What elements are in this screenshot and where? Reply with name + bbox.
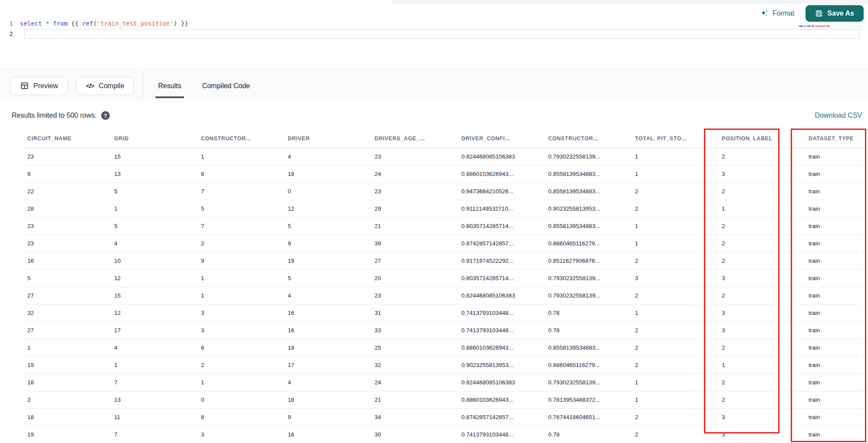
- table-row: 22570230.9473684210526...0.8558139534883…: [22, 182, 868, 200]
- column-header: DRIVER_CONFI...: [456, 129, 542, 148]
- results-toolbar: Preview </> Compile Results Compiled Cod…: [0, 69, 868, 102]
- table-cell: 2: [629, 200, 716, 217]
- table-cell: 2: [629, 252, 716, 269]
- active-tab-segment[interactable]: [0, 0, 393, 3]
- table-cell: 0.9473684210526...: [456, 182, 542, 200]
- sparkles-icon: [760, 9, 769, 18]
- table-cell: 33: [369, 321, 456, 339]
- table-cell: 0.7813953488372...: [542, 391, 629, 408]
- compile-button[interactable]: </> Compile: [76, 77, 134, 95]
- table-cell: 9: [22, 165, 108, 182]
- table-cell: 30: [369, 426, 456, 443]
- preview-button[interactable]: Preview: [10, 77, 68, 95]
- sql-statement: select * from {{ ref('train_test_positio…: [20, 18, 188, 29]
- table-cell: 7: [195, 217, 282, 235]
- table-cell: 24: [369, 374, 456, 391]
- table-cell: 9: [282, 408, 369, 426]
- table-cell: 13: [108, 165, 195, 182]
- table-cell: train: [803, 182, 868, 200]
- table-row: 23429390.8742857142857...0.8860465116279…: [22, 235, 868, 252]
- table-cell: train: [803, 287, 868, 304]
- tab-results[interactable]: Results: [158, 70, 181, 102]
- format-button[interactable]: Format: [760, 9, 795, 18]
- download-csv-link[interactable]: Download CSV: [815, 112, 862, 119]
- table-row: 913618240.8860103626943...0.855813953488…: [22, 165, 868, 182]
- table-cell: 0.8035714285714...: [456, 217, 542, 235]
- table-cell: 5: [22, 269, 108, 287]
- help-icon[interactable]: ?: [101, 111, 110, 120]
- table-cell: train: [803, 235, 868, 252]
- table-row: 181189340.8742857142857...0.767441860465…: [22, 408, 868, 426]
- minimap-mark: [799, 26, 803, 26]
- table-cell: 7: [108, 374, 195, 391]
- table-cell: 5: [108, 182, 195, 200]
- table-cell: 1: [195, 374, 282, 391]
- table-cell: 0.7930232558139...: [542, 287, 629, 304]
- table-cell: 21: [369, 391, 456, 408]
- table-cell: 0.7930232558139...: [542, 374, 629, 391]
- code-line-2[interactable]: 2: [0, 29, 790, 39]
- table-cell: 4: [108, 235, 195, 252]
- column-header: DRIVERS_AGE_...: [369, 129, 456, 148]
- table-cell: 21: [369, 217, 456, 235]
- table-cell: 1: [195, 269, 282, 287]
- table-cell: 5: [282, 217, 369, 235]
- table-cell: 0.8860103626943...: [456, 391, 542, 408]
- table-cell: 0.9112149532710...: [456, 200, 542, 217]
- table-cell: train: [803, 356, 868, 374]
- table-cell: 3: [716, 165, 803, 182]
- save-as-label: Save As: [827, 10, 854, 17]
- sql-editor[interactable]: Format Save As 1 select * from {{ ref('t…: [0, 3, 868, 69]
- table-cell: 18: [282, 339, 369, 356]
- line-number-1: 1: [0, 18, 20, 29]
- table-cell: 3: [195, 304, 282, 321]
- sql-token-brace: (: [93, 20, 97, 27]
- table-cell: train: [803, 426, 868, 443]
- format-label: Format: [773, 10, 795, 17]
- table-cell: 34: [369, 408, 456, 426]
- table-cell: 0.7674418604651...: [542, 408, 629, 426]
- table-row: 18714240.8244680851063830.7930232558139.…: [22, 374, 868, 391]
- table-cell: 27: [22, 287, 108, 304]
- table-cell: 0.7930232558139...: [542, 148, 629, 165]
- table-cell: 2: [716, 252, 803, 269]
- table-cell: 0.8860103626943...: [456, 165, 542, 182]
- table-cell: 2: [195, 235, 282, 252]
- table-cell: 2: [629, 339, 716, 356]
- table-cell: 2: [629, 287, 716, 304]
- table-cell: 13: [108, 391, 195, 408]
- table-row: 23575210.8035714285714...0.8558139534883…: [22, 217, 868, 235]
- table-cell: train: [803, 339, 868, 356]
- table-cell: 0.7930232558139...: [542, 269, 629, 287]
- table-cell: 0.78: [542, 321, 629, 339]
- minimap-mark: [807, 26, 811, 26]
- minimap-mark: [804, 26, 806, 26]
- table-cell: 1: [195, 287, 282, 304]
- table-cell: 1: [108, 200, 195, 217]
- table-cell: train: [803, 408, 868, 426]
- active-line-highlight: [24, 29, 859, 39]
- table-cell: 3: [716, 321, 803, 339]
- table-cell: 18: [22, 408, 108, 426]
- table-cell: 0.8860103626943...: [456, 339, 542, 356]
- table-cell: 6: [195, 339, 282, 356]
- column-header: GRID: [108, 129, 195, 148]
- table-cell: 12: [282, 200, 369, 217]
- table-cell: 0.7413793103448...: [456, 426, 542, 443]
- row-limit-text: Results limited to 500 rows.: [12, 112, 97, 119]
- table-cell: 3: [716, 304, 803, 321]
- sql-token-plain: [42, 20, 46, 27]
- table-cell: 1: [629, 165, 716, 182]
- table-cell: 31: [369, 304, 456, 321]
- table-cell: 0.8742857142857...: [456, 235, 542, 252]
- tab-compiled-code[interactable]: Compiled Code: [202, 70, 250, 102]
- table-cell: 1: [108, 356, 195, 374]
- table-row: 2717316330.7413793103448...0.7823train: [22, 321, 868, 339]
- minimap-mark: [827, 26, 829, 26]
- code-area[interactable]: 1 select * from {{ ref('train_test_posit…: [0, 18, 790, 39]
- table-cell: train: [803, 304, 868, 321]
- table-cell: train: [803, 148, 868, 165]
- code-line-1[interactable]: 1 select * from {{ ref('train_test_posit…: [0, 18, 790, 29]
- save-as-button[interactable]: Save As: [806, 5, 864, 22]
- results-table-container: CIRCUIT_NAMEGRIDCONSTRUCTOR...DRIVERDRIV…: [0, 129, 868, 443]
